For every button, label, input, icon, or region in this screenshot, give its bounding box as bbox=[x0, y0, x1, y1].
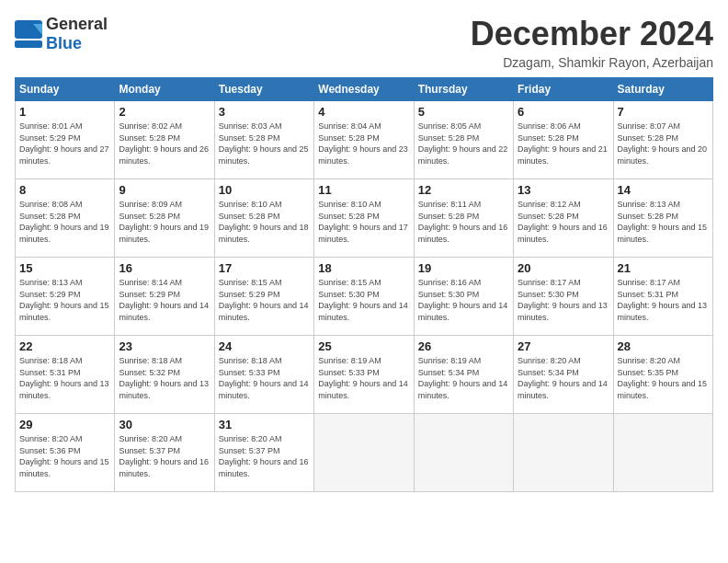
sunset-label: Sunset: 5:28 PM bbox=[618, 133, 679, 143]
page-header: General Blue December 2024 Dzagam, Shamk… bbox=[15, 15, 713, 70]
daylight-label: Daylight: 9 hours and 15 minutes. bbox=[618, 223, 708, 244]
calendar-cell: 4 Sunrise: 8:04 AM Sunset: 5:28 PM Dayli… bbox=[314, 101, 414, 179]
daylight-label: Daylight: 9 hours and 14 minutes. bbox=[318, 379, 408, 400]
sunset-label: Sunset: 5:29 PM bbox=[119, 290, 180, 299]
daylight-label: Daylight: 9 hours and 14 minutes. bbox=[418, 301, 508, 322]
daylight-label: Daylight: 9 hours and 14 minutes. bbox=[119, 301, 209, 322]
day-number: 20 bbox=[518, 261, 609, 275]
day-number: 29 bbox=[19, 418, 110, 431]
calendar-cell: 21 Sunrise: 8:17 AM Sunset: 5:31 PM Dayl… bbox=[613, 258, 712, 336]
calendar-header-friday: Friday bbox=[514, 78, 613, 101]
sunset-label: Sunset: 5:37 PM bbox=[219, 446, 280, 455]
calendar-header-wednesday: Wednesday bbox=[314, 78, 414, 101]
daylight-label: Daylight: 9 hours and 16 minutes. bbox=[418, 223, 508, 244]
calendar-cell: 16 Sunrise: 8:14 AM Sunset: 5:29 PM Dayl… bbox=[115, 258, 214, 336]
day-number: 22 bbox=[19, 339, 110, 353]
day-info: Sunrise: 8:10 AM Sunset: 5:28 PM Dayligh… bbox=[219, 199, 310, 245]
daylight-label: Daylight: 9 hours and 14 minutes. bbox=[418, 379, 508, 400]
day-number: 27 bbox=[518, 339, 609, 353]
day-number: 30 bbox=[119, 418, 210, 431]
day-number: 19 bbox=[418, 261, 509, 275]
sunrise-label: Sunrise: 8:20 AM bbox=[219, 434, 282, 443]
calendar-cell: 3 Sunrise: 8:03 AM Sunset: 5:28 PM Dayli… bbox=[214, 101, 313, 179]
day-number: 31 bbox=[219, 418, 310, 431]
day-number: 25 bbox=[318, 339, 409, 353]
daylight-label: Daylight: 9 hours and 16 minutes. bbox=[119, 457, 209, 478]
day-number: 9 bbox=[119, 183, 210, 197]
sunset-label: Sunset: 5:28 PM bbox=[119, 212, 180, 221]
month-title: December 2024 bbox=[471, 15, 713, 53]
calendar-cell: 2 Sunrise: 8:02 AM Sunset: 5:28 PM Dayli… bbox=[115, 101, 214, 179]
day-info: Sunrise: 8:20 AM Sunset: 5:34 PM Dayligh… bbox=[518, 355, 609, 401]
calendar-cell: 15 Sunrise: 8:13 AM Sunset: 5:29 PM Dayl… bbox=[16, 258, 115, 336]
sunrise-label: Sunrise: 8:17 AM bbox=[518, 278, 581, 287]
sunset-label: Sunset: 5:28 PM bbox=[219, 212, 280, 221]
daylight-label: Daylight: 9 hours and 25 minutes. bbox=[219, 144, 309, 166]
sunrise-label: Sunrise: 8:05 AM bbox=[418, 121, 482, 131]
sunset-label: Sunset: 5:31 PM bbox=[19, 368, 81, 377]
calendar-cell: 29 Sunrise: 8:20 AM Sunset: 5:36 PM Dayl… bbox=[16, 414, 115, 492]
sunrise-label: Sunrise: 8:10 AM bbox=[318, 200, 381, 209]
day-info: Sunrise: 8:17 AM Sunset: 5:31 PM Dayligh… bbox=[618, 277, 709, 323]
day-number: 12 bbox=[418, 183, 509, 197]
sunrise-label: Sunrise: 8:13 AM bbox=[19, 278, 83, 287]
logo-general: General bbox=[46, 15, 108, 33]
sunset-label: Sunset: 5:28 PM bbox=[418, 212, 480, 221]
calendar-cell: 17 Sunrise: 8:15 AM Sunset: 5:29 PM Dayl… bbox=[214, 258, 313, 336]
calendar-week-3: 15 Sunrise: 8:13 AM Sunset: 5:29 PM Dayl… bbox=[16, 258, 713, 336]
sunrise-label: Sunrise: 8:16 AM bbox=[418, 278, 482, 287]
day-number: 28 bbox=[618, 339, 709, 353]
daylight-label: Daylight: 9 hours and 14 minutes. bbox=[219, 301, 309, 322]
daylight-label: Daylight: 9 hours and 14 minutes. bbox=[219, 379, 309, 400]
calendar-header-thursday: Thursday bbox=[414, 78, 513, 101]
sunrise-label: Sunrise: 8:14 AM bbox=[119, 278, 182, 287]
daylight-label: Daylight: 9 hours and 15 minutes. bbox=[19, 301, 109, 322]
day-info: Sunrise: 8:18 AM Sunset: 5:32 PM Dayligh… bbox=[119, 355, 210, 401]
daylight-label: Daylight: 9 hours and 19 minutes. bbox=[119, 223, 209, 244]
sunset-label: Sunset: 5:30 PM bbox=[518, 290, 579, 299]
logo-blue: Blue bbox=[46, 34, 82, 52]
day-info: Sunrise: 8:08 AM Sunset: 5:28 PM Dayligh… bbox=[19, 199, 110, 245]
sunrise-label: Sunrise: 8:20 AM bbox=[119, 434, 182, 443]
sunset-label: Sunset: 5:28 PM bbox=[418, 133, 480, 143]
sunrise-label: Sunrise: 8:13 AM bbox=[618, 200, 681, 209]
daylight-label: Daylight: 9 hours and 13 minutes. bbox=[19, 379, 109, 400]
daylight-label: Daylight: 9 hours and 20 minutes. bbox=[618, 144, 708, 166]
sunset-label: Sunset: 5:34 PM bbox=[418, 368, 480, 377]
sunset-label: Sunset: 5:37 PM bbox=[119, 446, 180, 455]
daylight-label: Daylight: 9 hours and 15 minutes. bbox=[19, 457, 109, 478]
sunset-label: Sunset: 5:33 PM bbox=[318, 368, 380, 377]
day-number: 17 bbox=[219, 261, 310, 275]
calendar-cell: 23 Sunrise: 8:18 AM Sunset: 5:32 PM Dayl… bbox=[115, 336, 214, 414]
day-info: Sunrise: 8:03 AM Sunset: 5:28 PM Dayligh… bbox=[219, 121, 310, 167]
sunset-label: Sunset: 5:28 PM bbox=[318, 212, 380, 221]
sunrise-label: Sunrise: 8:20 AM bbox=[19, 434, 83, 443]
calendar-cell: 20 Sunrise: 8:17 AM Sunset: 5:30 PM Dayl… bbox=[514, 258, 613, 336]
calendar-cell: 6 Sunrise: 8:06 AM Sunset: 5:28 PM Dayli… bbox=[514, 101, 613, 179]
daylight-label: Daylight: 9 hours and 17 minutes. bbox=[318, 223, 408, 244]
day-number: 14 bbox=[618, 183, 709, 197]
sunrise-label: Sunrise: 8:19 AM bbox=[318, 356, 381, 365]
day-info: Sunrise: 8:18 AM Sunset: 5:33 PM Dayligh… bbox=[219, 355, 310, 401]
sunset-label: Sunset: 5:28 PM bbox=[618, 212, 679, 221]
calendar-cell: 9 Sunrise: 8:09 AM Sunset: 5:28 PM Dayli… bbox=[115, 179, 214, 258]
calendar-cell bbox=[514, 414, 613, 492]
day-number: 1 bbox=[19, 105, 110, 119]
sunrise-label: Sunrise: 8:04 AM bbox=[318, 121, 381, 131]
day-number: 24 bbox=[219, 339, 310, 353]
sunrise-label: Sunrise: 8:18 AM bbox=[119, 356, 182, 365]
day-number: 7 bbox=[618, 105, 709, 119]
daylight-label: Daylight: 9 hours and 16 minutes. bbox=[219, 457, 309, 478]
calendar-cell: 12 Sunrise: 8:11 AM Sunset: 5:28 PM Dayl… bbox=[414, 179, 513, 258]
day-number: 18 bbox=[318, 261, 409, 275]
logo-icon bbox=[15, 20, 42, 48]
sunset-label: Sunset: 5:28 PM bbox=[19, 212, 81, 221]
daylight-label: Daylight: 9 hours and 18 minutes. bbox=[219, 223, 309, 244]
day-info: Sunrise: 8:07 AM Sunset: 5:28 PM Dayligh… bbox=[618, 121, 709, 167]
sunset-label: Sunset: 5:30 PM bbox=[318, 290, 380, 299]
day-number: 2 bbox=[119, 105, 210, 119]
daylight-label: Daylight: 9 hours and 13 minutes. bbox=[119, 379, 209, 400]
daylight-label: Daylight: 9 hours and 14 minutes. bbox=[318, 301, 408, 322]
sunrise-label: Sunrise: 8:10 AM bbox=[219, 200, 282, 209]
calendar-cell: 8 Sunrise: 8:08 AM Sunset: 5:28 PM Dayli… bbox=[16, 179, 115, 258]
